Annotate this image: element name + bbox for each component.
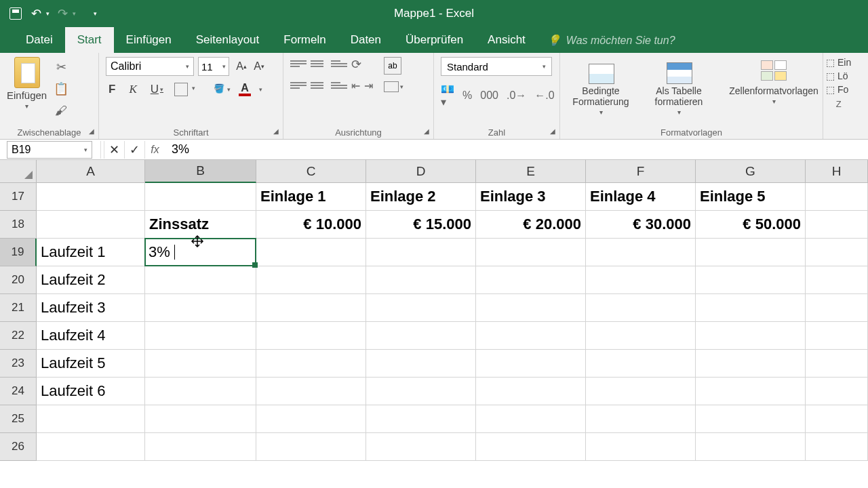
cell-h18[interactable] xyxy=(806,211,868,239)
font-dialog-launcher[interactable]: ◢ xyxy=(273,127,279,135)
cell-a18[interactable] xyxy=(37,211,145,239)
cell-c18[interactable]: € 10.000 xyxy=(256,211,366,239)
tell-me-search[interactable]: 💡 Was möchten Sie tun? xyxy=(538,28,685,53)
row-header-23[interactable]: 23 xyxy=(0,350,37,378)
tab-file[interactable]: Datei xyxy=(14,27,65,53)
delete-cells-button[interactable]: ⬚ Lö xyxy=(826,70,851,81)
cell-a21[interactable]: Laufzeit 3 xyxy=(37,294,145,322)
cell-g23[interactable] xyxy=(696,350,806,378)
cell-g21[interactable] xyxy=(696,294,806,322)
merge-center-button[interactable]: ▾ xyxy=(384,81,403,92)
cell-b21[interactable] xyxy=(145,294,256,322)
shrink-font-button[interactable]: A▾ xyxy=(251,58,267,75)
insert-cells-button[interactable]: ⬚ Ein xyxy=(826,57,851,68)
cell-f17[interactable]: Einlage 4 xyxy=(586,183,696,211)
cell-h22[interactable] xyxy=(806,322,868,350)
format-cells-button[interactable]: ⬚ Fo xyxy=(826,84,851,95)
number-dialog-launcher[interactable]: ◢ xyxy=(550,127,555,135)
cell-e22[interactable] xyxy=(476,322,586,350)
cell-h26[interactable] xyxy=(806,433,868,461)
cell-a22[interactable]: Laufzeit 4 xyxy=(37,322,145,350)
tab-formeln[interactable]: Formeln xyxy=(271,27,338,53)
column-header-g[interactable]: G xyxy=(696,160,806,183)
decrease-indent-button[interactable]: ⇤ xyxy=(351,79,360,92)
align-middle-button[interactable] xyxy=(311,57,327,70)
cell-a23[interactable]: Laufzeit 5 xyxy=(37,350,145,378)
cell-b24[interactable] xyxy=(145,378,256,405)
comma-style-button[interactable]: 000 xyxy=(480,89,498,102)
cell-e18[interactable]: € 20.000 xyxy=(476,211,586,239)
cell-c26[interactable] xyxy=(256,433,366,461)
border-button[interactable] xyxy=(174,83,188,96)
paste-button[interactable]: Einfügen ▾ xyxy=(7,57,47,119)
cell-c17[interactable]: Einlage 1 xyxy=(256,183,366,211)
font-name-select[interactable]: Calibri ▾ xyxy=(106,57,194,76)
row-header-17[interactable]: 17 xyxy=(0,183,37,211)
column-header-d[interactable]: D xyxy=(366,160,476,183)
font-color-button[interactable]: A xyxy=(239,83,251,96)
increase-indent-button[interactable]: ⇥ xyxy=(364,79,373,92)
cell-g22[interactable] xyxy=(696,322,806,350)
undo-dropdown[interactable]: ▾ xyxy=(46,10,50,17)
cell-h21[interactable] xyxy=(806,294,868,322)
cell-h17[interactable] xyxy=(806,183,868,211)
italic-button[interactable]: K xyxy=(126,83,139,96)
number-format-select[interactable]: Standard ▾ xyxy=(441,57,552,76)
format-painter-button[interactable]: 🖌 xyxy=(52,102,70,119)
column-header-h[interactable]: H xyxy=(806,160,868,183)
tab-einfugen[interactable]: Einfügen xyxy=(114,27,184,53)
cell-b22[interactable] xyxy=(145,322,256,350)
align-center-button[interactable] xyxy=(311,79,327,92)
cell-b20[interactable] xyxy=(145,266,256,294)
cell-g24[interactable] xyxy=(696,378,806,405)
cell-b17[interactable] xyxy=(145,183,256,211)
cell-d23[interactable] xyxy=(366,350,476,378)
align-left-button[interactable] xyxy=(290,79,307,92)
cell-d20[interactable] xyxy=(366,266,476,294)
row-header-18[interactable]: 18 xyxy=(0,211,37,239)
row-header-26[interactable]: 26 xyxy=(0,433,37,461)
bold-button[interactable]: F xyxy=(106,83,118,96)
percent-button[interactable]: % xyxy=(462,89,472,102)
cell-c20[interactable] xyxy=(256,266,366,294)
align-top-button[interactable] xyxy=(290,57,307,70)
cell-d26[interactable] xyxy=(366,433,476,461)
cell-e19[interactable] xyxy=(476,239,586,266)
tab-ansicht[interactable]: Ansicht xyxy=(475,27,538,53)
align-dialog-launcher[interactable]: ◢ xyxy=(424,127,429,135)
copy-button[interactable]: 📋 xyxy=(52,80,70,98)
underline-button[interactable]: U▾ xyxy=(148,83,166,96)
align-right-button[interactable] xyxy=(331,79,347,92)
cell-f22[interactable] xyxy=(586,322,696,350)
column-header-a[interactable]: A xyxy=(37,160,145,183)
fill-color-button[interactable]: ▾ xyxy=(214,83,231,96)
row-header-19[interactable]: 19 xyxy=(0,239,37,266)
increase-decimal-button[interactable]: .0→ xyxy=(507,89,526,102)
formula-input[interactable]: 3% xyxy=(165,142,868,157)
cell-f21[interactable] xyxy=(586,294,696,322)
cell-g26[interactable] xyxy=(696,433,806,461)
format-as-table-button[interactable]: Als Tabelle formatieren ▾ xyxy=(648,57,709,116)
cell-d21[interactable] xyxy=(366,294,476,322)
cell-c24[interactable] xyxy=(256,378,366,405)
cell-b19[interactable] xyxy=(145,239,256,266)
cell-d18[interactable]: € 15.000 xyxy=(366,211,476,239)
save-button[interactable] xyxy=(8,6,23,21)
cell-d25[interactable] xyxy=(366,405,476,433)
row-header-24[interactable]: 24 xyxy=(0,378,37,405)
redo-dropdown[interactable]: ▾ xyxy=(73,10,76,17)
cell-e21[interactable] xyxy=(476,294,586,322)
cell-e26[interactable] xyxy=(476,433,586,461)
cell-g25[interactable] xyxy=(696,405,806,433)
cell-e17[interactable]: Einlage 3 xyxy=(476,183,586,211)
font-size-select[interactable]: 11 ▾ xyxy=(198,57,229,76)
column-header-c[interactable]: C xyxy=(256,160,366,183)
cell-f18[interactable]: € 30.000 xyxy=(586,211,696,239)
cell-g18[interactable]: € 50.000 xyxy=(696,211,806,239)
cell-e23[interactable] xyxy=(476,350,586,378)
grow-font-button[interactable]: A▴ xyxy=(233,58,250,75)
select-all-corner[interactable] xyxy=(0,160,37,183)
cell-h24[interactable] xyxy=(806,378,868,405)
cell-e24[interactable] xyxy=(476,378,586,405)
cell-g17[interactable]: Einlage 5 xyxy=(696,183,806,211)
